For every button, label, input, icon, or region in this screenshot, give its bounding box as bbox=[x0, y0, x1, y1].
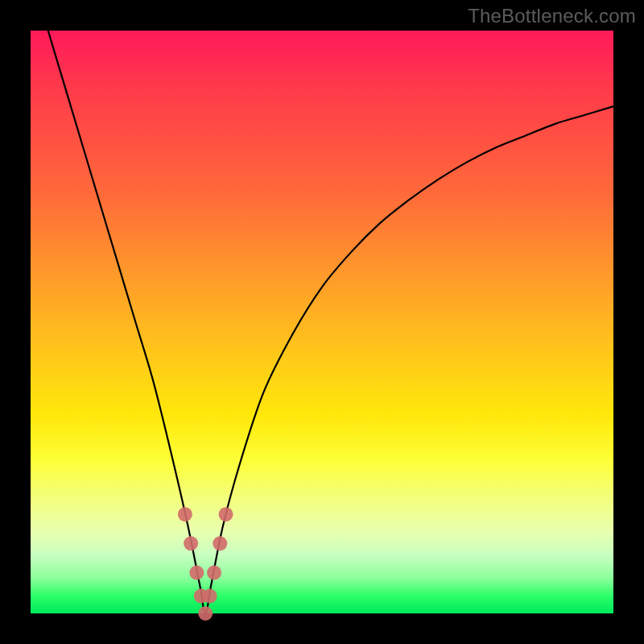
minimum-marker-group bbox=[178, 507, 233, 621]
plot-area bbox=[31, 31, 613, 613]
minimum-marker bbox=[184, 536, 198, 551]
watermark-text: TheBottleneck.com bbox=[468, 5, 636, 27]
minimum-marker bbox=[178, 507, 192, 522]
minimum-marker bbox=[198, 606, 213, 621]
minimum-marker bbox=[207, 565, 221, 580]
minimum-marker bbox=[189, 565, 204, 580]
minimum-marker bbox=[219, 507, 233, 522]
minimum-marker bbox=[203, 588, 217, 603]
chart-frame: TheBottleneck.com bbox=[0, 0, 644, 644]
bottleneck-curve-line bbox=[48, 31, 613, 613]
curve-svg bbox=[31, 31, 613, 613]
minimum-marker bbox=[213, 536, 227, 551]
